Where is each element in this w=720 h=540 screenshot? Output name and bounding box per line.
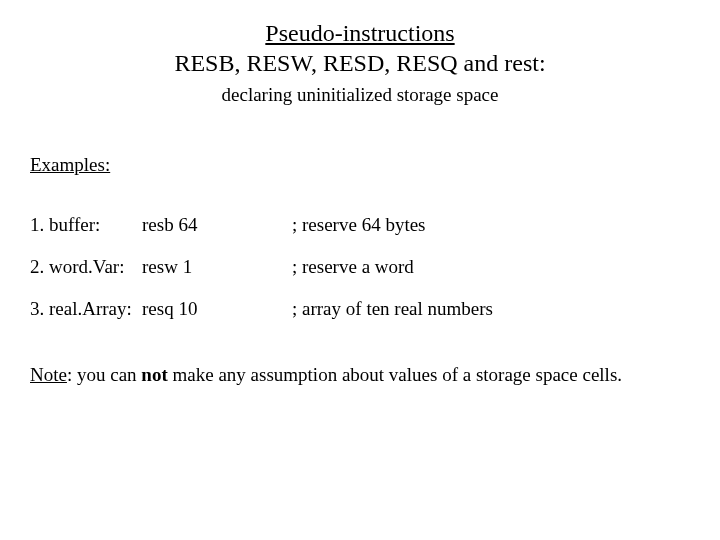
examples-table: 1. buffer: resb 64 ; reserve 64 bytes 2.… xyxy=(30,204,493,330)
title-line2: RESB, RESW, RESD, RESQ and rest: xyxy=(174,50,545,76)
table-row: 3. real.Array: resq 10 ; array of ten re… xyxy=(30,288,493,330)
example-label: 3. real.Array: xyxy=(30,288,142,330)
subtitle: declaring uninitialized storage space xyxy=(30,84,690,106)
example-comment: ; reserve a word xyxy=(292,246,493,288)
title-block: Pseudo-instructions RESB, RESW, RESD, RE… xyxy=(30,18,690,78)
examples-heading: Examples: xyxy=(30,154,690,176)
example-comment: ; reserve 64 bytes xyxy=(292,204,493,246)
example-label: 1. buffer: xyxy=(30,204,142,246)
slide-page: Pseudo-instructions RESB, RESW, RESD, RE… xyxy=(0,0,720,386)
example-instr: resb 64 xyxy=(142,204,292,246)
example-label: 2. word.Var: xyxy=(30,246,142,288)
title-line1: Pseudo-instructions xyxy=(265,20,454,46)
example-comment: ; array of ten real numbers xyxy=(292,288,493,330)
example-instr: resw 1 xyxy=(142,246,292,288)
table-row: 1. buffer: resb 64 ; reserve 64 bytes xyxy=(30,204,493,246)
note-after-bold: make any assumption about values of a st… xyxy=(168,364,622,385)
note-lead: Note xyxy=(30,364,67,385)
note-before-bold: : you can xyxy=(67,364,141,385)
example-instr: resq 10 xyxy=(142,288,292,330)
note-bold: not xyxy=(141,364,167,385)
note: Note: you can not make any assumption ab… xyxy=(30,364,690,386)
table-row: 2. word.Var: resw 1 ; reserve a word xyxy=(30,246,493,288)
